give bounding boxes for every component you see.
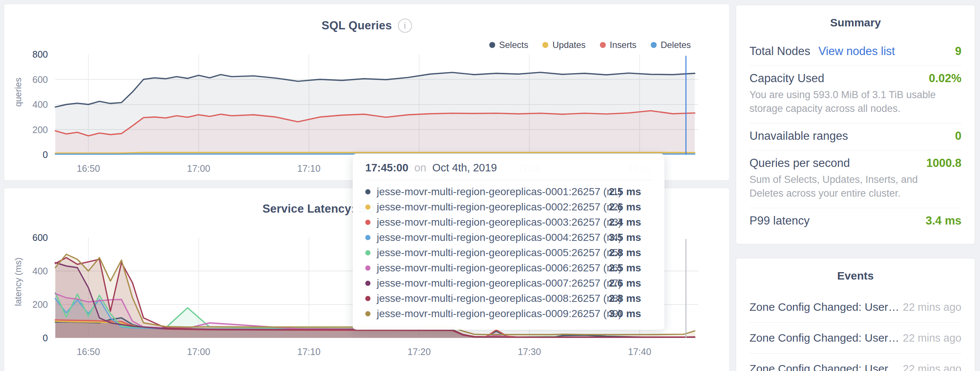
summary-value: 9: [955, 45, 961, 58]
event-row: Zone Config Changed: User…22 mins ago: [749, 292, 961, 323]
tooltip-node-row: jesse-movr-multi-region-georeplicas-0009…: [365, 306, 653, 321]
node-latency-value: 3.5 ms: [609, 232, 641, 243]
y-tick-label: 0: [43, 149, 48, 160]
node-name: jesse-movr-multi-region-georeplicas-0006…: [377, 262, 609, 274]
event-description-link[interactable]: Zone Config Changed: User…: [749, 301, 898, 313]
node-name: jesse-movr-multi-region-georeplicas-0001…: [377, 186, 609, 198]
tooltip-node-row: jesse-movr-multi-region-georeplicas-0004…: [365, 230, 653, 245]
events-panel: Events Zone Config Changed: User…22 mins…: [736, 258, 975, 371]
event-description-link[interactable]: Zone Config Changed: User…: [749, 363, 898, 371]
events-body: Zone Config Changed: User…22 mins agoZon…: [736, 292, 975, 371]
node-name: jesse-movr-multi-region-georeplicas-0003…: [377, 216, 609, 228]
summary-label: Capacity Used: [749, 72, 824, 85]
y-tick-label: 400: [32, 99, 48, 110]
node-latency-value: 2.8 ms: [609, 247, 641, 259]
tooltip-conjunction: [411, 162, 414, 174]
node-color-dot: [365, 235, 371, 240]
x-tick-label: 17:10: [298, 347, 321, 357]
summary-label: Total Nodes: [749, 45, 810, 58]
event-row: Zone Config Changed: User…22 mins ago: [749, 353, 961, 371]
node-color-dot: [365, 311, 371, 317]
x-tick-label: 16:50: [77, 347, 100, 357]
summary-row-unavailable-ranges: Unavailable ranges0: [749, 123, 961, 150]
node-name: jesse-movr-multi-region-georeplicas-0004…: [377, 232, 609, 243]
y-tick-label: 400: [32, 266, 48, 276]
summary-row-main: P99 latency3.4 ms: [749, 214, 961, 227]
node-name: jesse-movr-multi-region-georeplicas-0005…: [377, 247, 609, 259]
summary-row-main: Unavailable ranges0: [749, 130, 961, 143]
x-tick-label: 17:00: [187, 347, 210, 357]
summary-row-p99-latency: P99 latency3.4 ms: [749, 208, 961, 235]
summary-row-queries-per-second: Queries per second1000.8Sum of Selects, …: [749, 150, 961, 208]
x-tick-label: 17:30: [518, 347, 541, 357]
node-latency-value: 2.6 ms: [609, 277, 641, 289]
node-color-dot: [365, 250, 371, 255]
summary-value: 1000.8: [926, 157, 961, 170]
series-line-updates: [55, 152, 695, 153]
summary-row-main: Capacity Used0.02%: [749, 72, 961, 85]
view-nodes-list-link[interactable]: View nodes list: [819, 45, 895, 58]
y-tick-label: 800: [32, 49, 48, 59]
node-name: jesse-movr-multi-region-georeplicas-0008…: [377, 293, 609, 304]
y-tick-label: 0: [43, 333, 48, 343]
summary-row-total-nodes: Total NodesView nodes list9: [749, 38, 961, 66]
tooltip-time: 17:45:00: [365, 162, 408, 174]
summary-row-main: Queries per second1000.8: [749, 157, 961, 170]
x-tick-label: 17:10: [298, 163, 321, 174]
tooltip-node-row: jesse-movr-multi-region-georeplicas-0001…: [365, 184, 653, 199]
node-color-dot: [365, 220, 371, 225]
y-tick-label: 200: [32, 125, 48, 135]
node-name: jesse-movr-multi-region-georeplicas-0007…: [377, 277, 609, 289]
x-tick-label: 17:00: [187, 163, 210, 174]
summary-row-main: Total NodesView nodes list9: [749, 45, 961, 58]
summary-title: Summary: [736, 16, 975, 29]
y-tick-label: 600: [32, 232, 48, 243]
event-time: 22 mins ago: [903, 332, 961, 344]
summary-caption: You are using 593.0 MiB of 3.1 TiB usabl…: [749, 88, 950, 116]
y-tick-label: 600: [32, 74, 48, 85]
tooltip-node-row: jesse-movr-multi-region-georeplicas-0002…: [365, 199, 653, 214]
node-color-dot: [365, 205, 371, 209]
summary-value: 0: [955, 130, 961, 143]
node-name: jesse-movr-multi-region-georeplicas-0002…: [377, 201, 609, 213]
x-tick-label: 16:50: [77, 163, 100, 174]
summary-label: Unavailable ranges: [749, 130, 848, 143]
node-latency-value: 2.8 ms: [609, 293, 641, 304]
summary-row-capacity-used: Capacity Used0.02%You are using 593.0 Mi…: [749, 66, 961, 123]
event-row: Zone Config Changed: User…22 mins ago: [749, 323, 961, 353]
summary-label: Queries per second: [749, 157, 850, 170]
summary-value: 3.4 ms: [926, 214, 961, 227]
events-title: Events: [736, 270, 975, 282]
tooltip-date: [430, 162, 433, 174]
tooltip-node-row: jesse-movr-multi-region-georeplicas-0008…: [365, 291, 653, 306]
x-tick-label: 17:20: [407, 347, 431, 357]
node-color-dot: [365, 296, 371, 301]
node-latency-value: 2.5 ms: [609, 186, 641, 198]
event-time: 22 mins ago: [903, 363, 961, 371]
tooltip-rows: jesse-movr-multi-region-georeplicas-0001…: [365, 184, 653, 321]
y-tick-label: 200: [32, 299, 48, 310]
tooltip-node-row: jesse-movr-multi-region-georeplicas-0003…: [365, 214, 653, 230]
summary-caption: Sum of Selects, Updates, Inserts, and De…: [749, 173, 950, 200]
event-description-link[interactable]: Zone Config Changed: User…: [749, 332, 898, 344]
tooltip-node-row: jesse-movr-multi-region-georeplicas-0006…: [365, 260, 653, 275]
tooltip-header: 17:45:00 on Oct 4th, 2019: [365, 162, 653, 180]
node-color-dot: [365, 265, 371, 270]
node-latency-value: 2.5 ms: [609, 262, 641, 274]
node-color-dot: [365, 189, 371, 194]
summary-value: 0.02%: [929, 72, 961, 85]
summary-panel: Summary Total NodesView nodes list9Capac…: [736, 5, 975, 244]
node-latency-value: 2.6 ms: [609, 201, 641, 213]
x-tick-label: 17:40: [628, 347, 651, 357]
tooltip-node-row: jesse-movr-multi-region-georeplicas-0005…: [365, 245, 653, 260]
node-latency-value: 2.4 ms: [609, 216, 641, 228]
summary-body: Total NodesView nodes list9Capacity Used…: [736, 38, 975, 235]
event-time: 22 mins ago: [903, 301, 961, 313]
summary-label: P99 latency: [749, 214, 810, 227]
tooltip-node-row: jesse-movr-multi-region-georeplicas-0007…: [365, 275, 653, 291]
node-latency-value: 3.0 ms: [609, 308, 641, 320]
node-name: jesse-movr-multi-region-georeplicas-0009…: [377, 308, 609, 320]
node-color-dot: [365, 281, 371, 286]
chart-hover-tooltip: 17:45:00 on Oct 4th, 2019 jesse-movr-mul…: [353, 154, 665, 330]
